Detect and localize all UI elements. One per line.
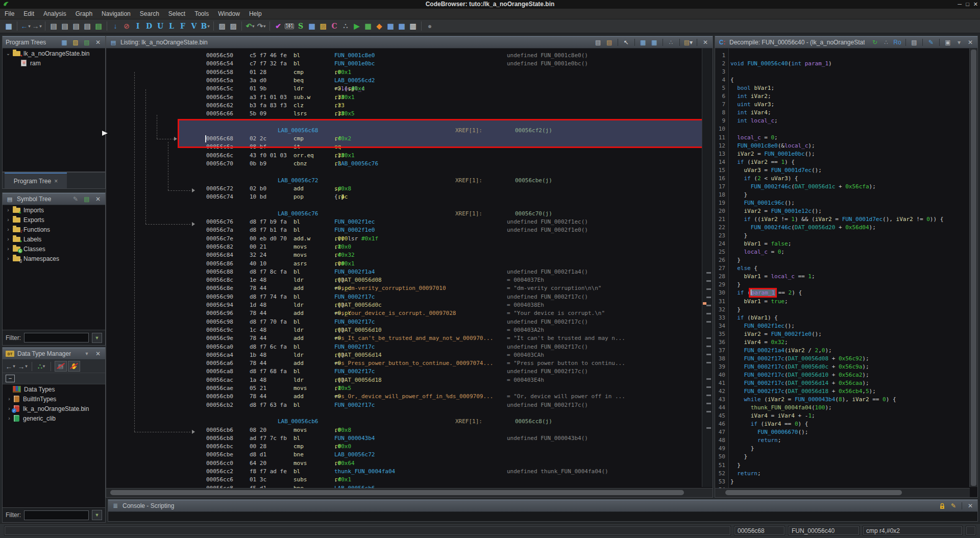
decompile-vscrollbar[interactable] <box>969 48 977 487</box>
listing-row-00056c58[interactable]: 00056c5801 28cmpr0,#0x1 <box>106 68 713 77</box>
clear-code-icon[interactable]: ⊘ <box>121 20 132 32</box>
listing-row-00056c7e[interactable]: 00056c7e00 eb d0 70add.wr0,r0,r0, lsr #0… <box>106 235 713 243</box>
decompile-line-2[interactable]: 2void FUN_00056c40(int param_1) <box>715 60 970 68</box>
listing-row-00056cb6[interactable]: 00056cb608 20movsr0,#0x8 <box>106 426 713 434</box>
forward-icon[interactable]: →▾ <box>32 20 42 32</box>
menu-navigation[interactable]: Navigation <box>97 9 135 19</box>
listing-label-row-LAB_00056c76[interactable]: LAB_00056c76XREF[1]:00056c70(j) <box>106 210 713 218</box>
listing-row-00056cbe[interactable]: 00056cbed8 d1bneLAB_00056c72 <box>106 451 713 459</box>
nav-marker[interactable] <box>706 346 711 347</box>
decompile-line-14[interactable]: 14 if (iVar2 == 1) { <box>715 158 970 166</box>
listing-row-00056ca4[interactable]: 00056ca41b 48ldrr0,[DAT_00056d14]= 00040… <box>106 351 713 359</box>
menu-help[interactable]: Help <box>244 9 266 19</box>
menu-graph[interactable]: Graph <box>71 9 97 19</box>
instruction-info-icon[interactable]: 101 <box>284 20 295 32</box>
decompile-line-47[interactable]: 47 FUN_00006670(); <box>715 428 970 436</box>
memory-map-icon[interactable]: ▦ <box>363 20 373 32</box>
copy-icon[interactable]: ▤ <box>910 39 918 46</box>
decompile-line-12[interactable]: 12 FUN_0001c8e0(&local_c); <box>715 142 970 150</box>
listing-row-00056ca8[interactable]: 00056ca8d8 f7 68 fablFUN_0002f17cundefin… <box>106 368 713 376</box>
listing-marker-margin[interactable] <box>702 48 713 487</box>
clear-console-icon[interactable]: ✎ <box>949 502 958 509</box>
listing-row-00056cac[interactable]: 00056cac1a 48ldrr0,[DAT_00056d18]= 00040… <box>106 376 713 384</box>
chevron-right-icon[interactable]: › <box>5 217 12 223</box>
data-type-archive-icon[interactable]: ▨ <box>318 20 328 32</box>
decompile-line-31[interactable]: 31 bVar1 = true; <box>715 298 970 306</box>
tab-program-tree[interactable]: Program Tree × <box>5 173 67 188</box>
symbol-tree-item-labels[interactable]: ›●Labels <box>3 234 105 244</box>
disassemble-icon[interactable]: ↓ <box>110 20 120 32</box>
decompile-line-5[interactable]: 5 bool bVar1; <box>715 84 970 92</box>
listing-row-00056c86[interactable]: 00056c8640 10asrsr0,r0,#0x1 <box>106 260 713 268</box>
data-I-icon[interactable]: I <box>133 20 143 32</box>
listing-row-00056c82[interactable]: 00056c8200 21movsr1,#0x0 <box>106 243 713 251</box>
maximize-button[interactable]: □ <box>966 0 969 9</box>
graph-icon[interactable]: ∴ <box>882 39 890 46</box>
open-folder-icon[interactable]: ▨ <box>71 39 80 46</box>
console-header[interactable]: ≣ Console - Scripting ✎ ✕ <box>108 500 977 512</box>
decompile-line-42[interactable]: 42 FUN_0002f17c(DAT_00056d18 + 0x56cb4,5… <box>715 387 970 396</box>
listing-row-00056c54[interactable]: 00056c54c7 f7 32 fablFUN_0001e0bcundefin… <box>106 60 713 68</box>
listing-row-00056cc6[interactable]: 00056cc601 3csubsr4,#0x1 <box>106 476 713 484</box>
decompile-line-52[interactable]: 52 return; <box>715 470 970 478</box>
decompile-line-51[interactable]: 51 } <box>715 461 970 470</box>
listing-row-00056c88[interactable]: 00056c88d8 f7 8c fablFUN_0002f1a4undefin… <box>106 268 713 276</box>
data-B-icon[interactable]: B▾ <box>200 20 210 32</box>
listing-row-00056c50[interactable]: 00056c50c5 f7 46 feblFUN_0001c8e0undefin… <box>106 52 713 60</box>
decompile-line-38[interactable]: 38 FUN_0002f17c(DAT_00056d08 + 0x56c92); <box>715 355 970 363</box>
decompile-line-20[interactable]: 20 iVar2 = FUN_0001e12c(); <box>715 207 970 215</box>
decompile-line-19[interactable]: 19 FUN_0001c96c(); <box>715 199 970 207</box>
decompile-line-10[interactable]: 10 <box>715 125 970 133</box>
dtm-menu-caret-icon[interactable]: ▼ <box>83 351 91 356</box>
filter-options-button[interactable]: ▼ <box>92 333 102 343</box>
decompile-line-41[interactable]: 41 FUN_0002f17c(DAT_00056d14 + 0x56caa); <box>715 379 970 387</box>
nav-marker[interactable] <box>706 403 711 404</box>
table-export-icon[interactable]: ▦ <box>397 20 407 32</box>
nav-marker[interactable] <box>706 354 711 355</box>
listing-row-00056c9e[interactable]: 00056c9e78 44addr0=>s_It_can't_be_truste… <box>106 334 713 343</box>
close-panel-icon[interactable]: ✕ <box>966 39 974 46</box>
nav-marker[interactable] <box>706 427 711 429</box>
decompile-line-37[interactable]: 37 FUN_0002f1a4(iVar2 / 2,0); <box>715 347 970 355</box>
import-icon[interactable]: ▤ <box>83 195 91 203</box>
close-icon[interactable]: ✕ <box>966 502 974 509</box>
tree-item-ram[interactable]: ram <box>3 58 105 68</box>
dtm-filter-input[interactable] <box>24 510 89 520</box>
nav-marker[interactable] <box>706 280 711 282</box>
nav-marker[interactable] <box>706 337 711 339</box>
decompile-line-44[interactable]: 44 thunk_FUN_0004fa04(100); <box>715 404 970 412</box>
listing-row-00056c94[interactable]: 00056c941d 48ldrr0,[DAT_00056d0c]= 00040… <box>106 301 713 309</box>
back-icon[interactable]: ←▾ <box>20 20 31 32</box>
chevron-right-icon[interactable]: › <box>5 246 12 252</box>
data-U-icon[interactable]: U <box>155 20 165 32</box>
listing-hscrollbar[interactable] <box>106 488 713 497</box>
listing-row-00056cb0[interactable]: 00056cb078 44addr0=>s_Or,_device_will_po… <box>106 393 713 401</box>
decompile-line-50[interactable]: 50 } <box>715 453 970 461</box>
listing-row-00056ca6[interactable]: 00056ca678 44addr0=>s_Press_power_button… <box>106 359 713 368</box>
dtm-item[interactable]: ›BuiltInTypes <box>3 394 105 404</box>
dtm-tree-button[interactable]: ∴▾ <box>36 361 46 372</box>
symbol-tree-item-namespaces[interactable]: ›{}Namespaces <box>3 254 105 263</box>
listing-row-00056c84[interactable]: 00056c8432 24movsr4,#0x32 <box>106 251 713 259</box>
listing-label-row-LAB_00056cb6[interactable]: LAB_00056cb6XREF[1]:00056cc8(j) <box>106 418 713 426</box>
symbol-tree-item-classes[interactable]: ›CClasses <box>3 244 105 254</box>
chevron-right-icon[interactable]: › <box>5 236 12 242</box>
decompile-line-23[interactable]: 23 } <box>715 232 970 240</box>
param-highlight-box[interactable]: param_1 <box>749 288 777 298</box>
collapse-all-button[interactable]: – <box>6 375 15 382</box>
decompile-line-28[interactable]: 28 bVar1 = local_c == 1; <box>715 273 970 281</box>
menu-analysis[interactable]: Analysis <box>39 9 71 19</box>
decompile-line-18[interactable]: 18 } <box>715 191 970 199</box>
listing-row-00056cbc[interactable]: 00056cbc00 28cmpr0,#0x0 <box>106 443 713 451</box>
decompile-line-4[interactable]: 4{ <box>715 76 970 84</box>
edit-fields-icon[interactable]: ▦ <box>639 39 647 46</box>
decompile-line-22[interactable]: 22 FUN_0002f46c(DAT_00056d20 + 0x56d04); <box>715 224 970 232</box>
nav-marker[interactable] <box>706 411 711 412</box>
decompile-line-39[interactable]: 39 FUN_0002f17c(DAT_00056d0c + 0x56c9a); <box>715 363 970 371</box>
decompile-line-3[interactable]: 3 <box>715 68 970 76</box>
menu-search[interactable]: Search <box>135 9 164 19</box>
listing-row-00056c98[interactable]: 00056c98d8 f7 70 fablFUN_0002f17cundefin… <box>106 318 713 326</box>
decompile-line-8[interactable]: 8 int iVar4; <box>715 109 970 117</box>
menu-window[interactable]: Window <box>213 9 244 19</box>
decompile-line-7[interactable]: 7 uint uVar3; <box>715 101 970 109</box>
